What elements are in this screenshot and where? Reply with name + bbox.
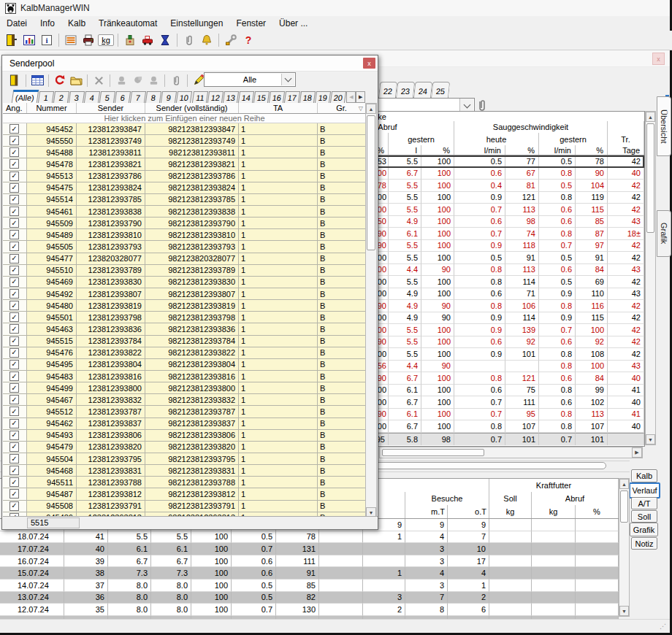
child-close-icon[interactable]: x bbox=[652, 53, 665, 65]
row-checkbox[interactable]: ✓ bbox=[9, 266, 19, 275]
scrollbar-thumb[interactable] bbox=[646, 123, 654, 233]
sender-row[interactable]: ✓9454631238123938369821238123938361B bbox=[3, 323, 366, 335]
sender-row[interactable]: ✓9455141238123937859821238123937851B bbox=[3, 194, 366, 206]
col-header-l[interactable]: l bbox=[389, 145, 421, 155]
row-checkbox[interactable]: ✓ bbox=[9, 218, 19, 228]
row-checkbox[interactable]: ✓ bbox=[9, 312, 19, 322]
row-checkbox[interactable]: ✓ bbox=[9, 147, 19, 157]
menu-item-trnkeautomat[interactable]: Tränkeautomat bbox=[92, 17, 164, 30]
scrollbar-thumb[interactable] bbox=[382, 449, 484, 456]
list-icon[interactable] bbox=[63, 33, 79, 48]
column-header-nummer[interactable]: Nummer bbox=[27, 103, 77, 113]
dialog-close-icon[interactable]: x bbox=[363, 58, 375, 69]
grid-icon[interactable] bbox=[30, 73, 45, 88]
table-row[interactable]: 13.07.24368.08.01000.582372 bbox=[0, 592, 619, 604]
sender-row[interactable]: ✓9455081238123937919821238123937911B bbox=[3, 501, 366, 512]
column-header-sendervollstndig[interactable]: Sender (vollständig) bbox=[145, 103, 239, 113]
senderpool-tab-8[interactable]: 8 bbox=[145, 91, 161, 103]
sender-row[interactable]: ✓9454951238123938049821238123938041B bbox=[3, 359, 366, 371]
table-row[interactable]: 16.07.24396.76.71000.6111317 bbox=[0, 555, 619, 568]
sender-row[interactable]: ✓9455091238123937909821238123937901B bbox=[3, 218, 366, 229]
scrollbar-thumb[interactable] bbox=[356, 462, 606, 469]
sender-row[interactable]: ✓9455041238123937959821238123937951B bbox=[3, 453, 366, 465]
sender-row[interactable]: ✓9455131238123937869821238123937861B bbox=[3, 171, 366, 182]
row-checkbox[interactable]: ✓ bbox=[9, 501, 19, 511]
scrollbar-vertical[interactable]: ▲ ▼ bbox=[365, 103, 377, 518]
scroll-down-icon[interactable]: ▼ bbox=[646, 434, 655, 445]
row-checkbox[interactable]: ✓ bbox=[9, 242, 19, 251]
sender-row[interactable]: ✓9454611238123938389821238123938381B bbox=[3, 206, 366, 218]
row-checkbox[interactable]: ✓ bbox=[9, 159, 19, 169]
sender-row[interactable]: ✓9455501238123937499821238123937491B bbox=[3, 135, 366, 147]
sender-row[interactable]: ✓9454991238123938009821238123938001B bbox=[3, 382, 366, 394]
open-folder-icon[interactable] bbox=[69, 73, 83, 88]
feeder-icon[interactable] bbox=[122, 33, 138, 48]
column-header-sender[interactable]: Sender bbox=[77, 103, 145, 113]
col-header-Tage[interactable]: Tage bbox=[608, 145, 644, 155]
scroll-up-icon[interactable]: ▲ bbox=[366, 104, 376, 114]
row-checkbox[interactable]: ✓ bbox=[9, 466, 19, 475]
scrollbar-thumb[interactable] bbox=[367, 115, 375, 250]
sender-row[interactable]: ✓9455051238123937939821238123937931B bbox=[3, 241, 366, 253]
chevron-down-icon[interactable] bbox=[281, 74, 294, 85]
resize-grip[interactable]: ⋰ bbox=[660, 623, 666, 630]
help-icon[interactable]: ? bbox=[240, 33, 256, 48]
row-checkbox[interactable]: ✓ bbox=[9, 431, 19, 440]
exit-icon[interactable] bbox=[4, 33, 20, 48]
row-checkbox[interactable]: ✓ bbox=[9, 407, 19, 416]
sender-row[interactable]: ✓9455011238123937989821238123937981B bbox=[3, 312, 366, 323]
senderpool-tab-4[interactable]: 4 bbox=[84, 91, 100, 103]
table-row[interactable]: 18.07.24415.55.51000.578147 bbox=[0, 531, 619, 544]
refresh-icon[interactable] bbox=[53, 73, 67, 88]
col-header-lmin[interactable]: l/min bbox=[454, 145, 505, 155]
senderpool-tab-5[interactable]: 5 bbox=[99, 91, 115, 103]
side-button-grafik[interactable]: Grafik bbox=[630, 523, 658, 536]
senderpool-tab-12[interactable]: 12 bbox=[207, 91, 223, 103]
menu-item-ber[interactable]: Über ... bbox=[272, 17, 314, 30]
senderpool-tab-Alle[interactable]: (Alle) bbox=[12, 90, 39, 103]
sender-row[interactable]: ✓9454771238203280779821238203280771B bbox=[3, 253, 366, 265]
sender-row[interactable]: ✓9454871238123938129821238123938121B bbox=[3, 488, 366, 500]
scroll-up-icon[interactable]: ▲ bbox=[619, 479, 629, 489]
sender-row[interactable]: ✓9454681238123938319821238123938311B bbox=[3, 465, 366, 477]
sender-row[interactable]: ✓9455121238123937879821238123937871B bbox=[3, 406, 366, 417]
scrollbar-vertical[interactable]: ▲ ▼ bbox=[645, 111, 656, 445]
sender-row[interactable]: ✓9454921238123938079821238123938071B bbox=[3, 288, 366, 300]
scroll-right-icon[interactable]: ▶ bbox=[632, 447, 642, 458]
row-checkbox[interactable]: ✓ bbox=[9, 172, 19, 181]
row-checkbox[interactable]: ✓ bbox=[9, 230, 19, 239]
sender-row[interactable]: ✓9455101238123937899821238123937891B bbox=[3, 265, 366, 277]
insert-row-hint[interactable]: Hier klicken zum Einfügen einer neuen Re… bbox=[3, 114, 366, 123]
sender-row[interactable]: ✓9454521238123938479821238123938471B bbox=[3, 123, 366, 135]
senderpool-tab-20[interactable]: 20 bbox=[330, 91, 346, 103]
column-header-ta[interactable]: TA bbox=[239, 103, 318, 113]
senderpool-tab-14[interactable]: 14 bbox=[238, 91, 254, 103]
scroll-down-icon[interactable]: ▼ bbox=[619, 606, 629, 616]
row-checkbox[interactable]: ✓ bbox=[9, 348, 19, 358]
col-header-[interactable]: % bbox=[576, 145, 608, 155]
row-checkbox[interactable]: ✓ bbox=[9, 383, 19, 393]
filter-icon[interactable]: ▽ bbox=[359, 105, 363, 112]
row-checkbox[interactable]: ✓ bbox=[9, 195, 19, 204]
side-button-at[interactable]: A/T bbox=[631, 497, 657, 509]
info-icon[interactable]: i bbox=[39, 33, 55, 48]
row-checkbox[interactable]: ✓ bbox=[9, 277, 19, 287]
sender-row[interactable]: ✓9454881238123938119821238123938111B bbox=[3, 147, 366, 158]
sender-row[interactable]: ✓9454891238123938109821238123938101B bbox=[3, 229, 366, 241]
row-checkbox[interactable]: ✓ bbox=[9, 136, 19, 145]
sender-row[interactable]: ✓9454931238123938069821238123938061B bbox=[3, 430, 366, 442]
side-button-verlauf[interactable]: Verlauf bbox=[629, 482, 660, 499]
senderpool-tab-1[interactable]: 1 bbox=[37, 91, 53, 103]
senderpool-tab-3[interactable]: 3 bbox=[69, 91, 85, 103]
row-checkbox[interactable]: ✓ bbox=[9, 324, 19, 334]
bell-icon[interactable] bbox=[199, 33, 215, 48]
senderpool-tab-18[interactable]: 18 bbox=[299, 91, 316, 103]
print-icon[interactable] bbox=[80, 33, 96, 48]
tab-scroll-right-icon[interactable]: ▶ bbox=[356, 91, 365, 103]
attachment-icon[interactable] bbox=[476, 99, 488, 112]
row-checkbox[interactable]: ✓ bbox=[9, 419, 19, 428]
table-row[interactable]: 17.07.24406.16.11000.7131310 bbox=[0, 543, 619, 555]
menu-item-kalb[interactable]: Kalb bbox=[61, 17, 92, 30]
dialog-titlebar[interactable]: Senderpool bbox=[2, 55, 378, 72]
senderpool-tab-11[interactable]: 11 bbox=[191, 91, 207, 103]
